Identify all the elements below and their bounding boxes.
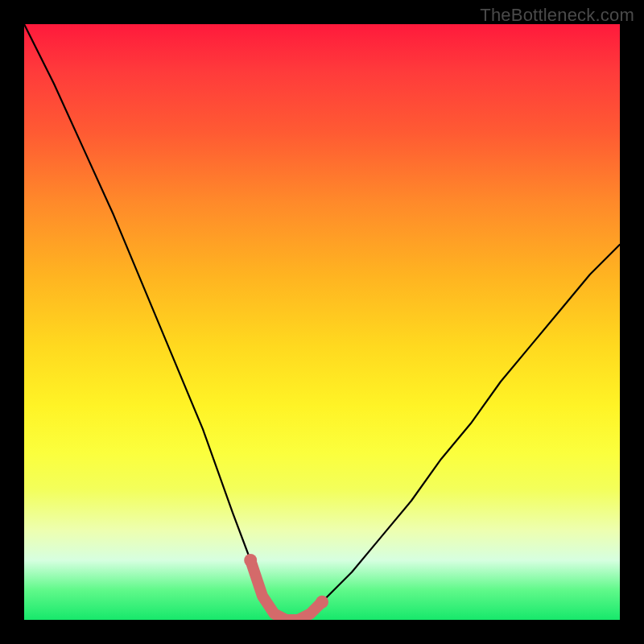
curve-layer [24, 24, 620, 620]
svg-point-0 [244, 554, 257, 567]
plot-area [24, 24, 620, 620]
optimal-range-highlight [250, 560, 322, 620]
chart-frame: TheBottleneck.com [0, 0, 644, 644]
svg-point-1 [316, 596, 328, 609]
watermark-text: TheBottleneck.com [480, 5, 634, 26]
bottleneck-curve [24, 24, 620, 620]
